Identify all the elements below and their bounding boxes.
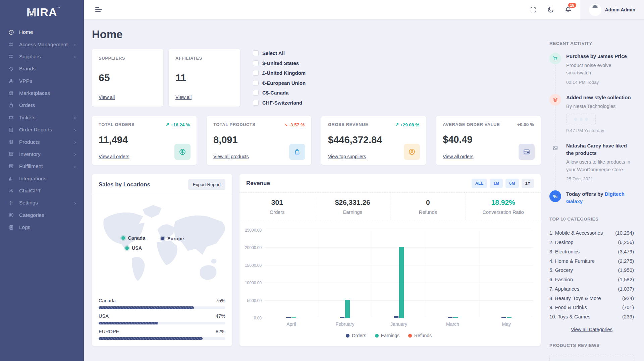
sidebar-item-fulfillment[interactable]: Fulfillment› bbox=[0, 160, 84, 172]
sidebar-item-integrations[interactable]: Integrations bbox=[0, 173, 84, 185]
range-button-all[interactable]: ALL bbox=[472, 179, 487, 188]
sidebar-item-label: Suppliers bbox=[19, 54, 69, 60]
revenue-chart: 0.005000.0010000.0015000.0020000.0025000… bbox=[239, 220, 541, 345]
currency-filter-c-canada[interactable]: C$-Canada bbox=[253, 90, 306, 96]
sidebar-item-access-management[interactable]: Access Management› bbox=[0, 38, 84, 50]
currency-checkbox[interactable] bbox=[253, 80, 259, 86]
range-button-1m[interactable]: 1M bbox=[490, 179, 503, 188]
revenue-stat-value: 301 bbox=[239, 198, 315, 206]
stat-card-trend: +0.00 % bbox=[517, 122, 534, 127]
dark-mode-button[interactable] bbox=[542, 0, 559, 19]
currency-filter-chf-switzerland[interactable]: CHF-Switzerland bbox=[253, 100, 306, 106]
sidebar-item-tickets[interactable]: Tickets› bbox=[0, 112, 84, 124]
stat-card-link[interactable]: View all orders bbox=[443, 154, 474, 159]
currency-filter-select-all[interactable]: Select All bbox=[253, 50, 306, 56]
revenue-stats-row: 301Orders$26,331.26Earnings0Refunds18.92… bbox=[239, 192, 541, 220]
summary-card-view-all-link[interactable]: View all bbox=[99, 95, 157, 100]
sidebar-item-inventory[interactable]: Inventory› bbox=[0, 148, 84, 160]
sidebar-item-suppliers[interactable]: Suppliers› bbox=[0, 51, 84, 63]
legend-dot-icon bbox=[375, 334, 379, 338]
user-name: Admin Admin bbox=[605, 7, 635, 12]
sidebar-item-products[interactable]: Products› bbox=[0, 136, 84, 148]
currency-checkbox[interactable] bbox=[253, 100, 259, 106]
notifications-button[interactable]: 15 bbox=[559, 0, 577, 19]
chart-bar-earnings[interactable] bbox=[507, 317, 512, 318]
sidebar-item-chatgpt[interactable]: ✻ChatGPT bbox=[0, 185, 84, 197]
chart-bar-orders[interactable] bbox=[394, 316, 398, 318]
user-menu[interactable]: Admin Admin bbox=[580, 0, 644, 19]
fullscreen-button[interactable] bbox=[525, 0, 542, 19]
top-categories-list: 1. Mobile & Accessories(10,294)2. Deskto… bbox=[549, 228, 634, 321]
bag-icon-box bbox=[289, 144, 305, 160]
stat-card-link[interactable]: View all orders bbox=[99, 154, 129, 159]
activity-title: Today offers by Digitech Galaxy bbox=[566, 190, 634, 205]
chart-bar-orders[interactable] bbox=[340, 317, 344, 318]
category-count: (6,256) bbox=[618, 239, 634, 245]
sidebar-item-label: Home bbox=[19, 29, 76, 35]
currency-filter-european-union[interactable]: €-European Union bbox=[253, 80, 306, 86]
currency-filter-united-states[interactable]: $-United States bbox=[253, 60, 306, 66]
chart-plot[interactable] bbox=[264, 230, 533, 318]
map-marker-usa[interactable]: USA bbox=[124, 245, 142, 251]
brand-logo[interactable]: MIRA™ bbox=[27, 6, 57, 19]
chart-bar-orders[interactable] bbox=[286, 317, 291, 318]
stat-card-label: TOTAL ORDERS bbox=[99, 122, 135, 127]
activity-subtitle: By Nesta Technologies bbox=[566, 103, 631, 110]
map-marker-europe[interactable]: Europe bbox=[160, 236, 184, 241]
sidebar-item-brands[interactable]: Brands bbox=[0, 63, 84, 75]
stat-card-link[interactable]: View top suppliers bbox=[328, 154, 366, 159]
sidebar-item-orders[interactable]: Orders bbox=[0, 99, 84, 111]
world-map[interactable]: Canada USA Europe bbox=[95, 198, 229, 290]
chart-area: 0.005000.0010000.0015000.0020000.0025000… bbox=[244, 230, 533, 318]
sales-card-title: Sales by Locations bbox=[99, 181, 150, 188]
legend-item-orders[interactable]: Orders bbox=[346, 333, 366, 338]
sidebar-item-order-reports[interactable]: Order Reports› bbox=[0, 124, 84, 136]
sidebar-item-label: Settings bbox=[19, 200, 69, 206]
review-card[interactable]: " Great product and looks great, lots of… bbox=[549, 355, 634, 361]
summary-cards: SUPPLIERS65View allAFFILIATES11View all bbox=[92, 49, 240, 107]
review-product-image bbox=[554, 360, 575, 361]
stat-card-trend: ↗ +16.24 % bbox=[166, 122, 190, 127]
stat-card-label: GROSS REVENUE bbox=[328, 122, 368, 127]
range-button-6m[interactable]: 6M bbox=[505, 179, 519, 188]
location-progress-list: Canada75%USA47%EUROPE82% bbox=[92, 291, 232, 346]
sidebar-item-categories[interactable]: Categories bbox=[0, 209, 84, 221]
notification-badge: 15 bbox=[568, 3, 576, 8]
activity-offer-link[interactable]: Digitech Galaxy bbox=[566, 191, 625, 204]
chevron-right-icon: › bbox=[74, 54, 76, 59]
range-button-1y[interactable]: 1Y bbox=[522, 179, 534, 188]
currency-filter-united-kingdom[interactable]: £-United Kingdom bbox=[253, 70, 306, 76]
activity-timeline: Purchase by James PriceProduct noise evo… bbox=[549, 53, 634, 205]
chart-bar-earnings[interactable] bbox=[291, 317, 296, 318]
view-all-categories-link[interactable]: View all Categories bbox=[549, 327, 634, 332]
sidebar-item-settings[interactable]: Settings› bbox=[0, 197, 84, 209]
chart-bar-earnings[interactable] bbox=[345, 300, 350, 318]
chart-bar-orders[interactable] bbox=[448, 317, 452, 318]
category-count: (3,479) bbox=[618, 249, 634, 254]
currency-checkbox[interactable] bbox=[253, 50, 259, 56]
legend-item-refunds[interactable]: Refunds bbox=[408, 333, 432, 338]
currency-checkbox[interactable] bbox=[253, 90, 259, 96]
currency-checkbox[interactable] bbox=[253, 70, 259, 76]
sidebar-item-label: Order Reports bbox=[19, 127, 69, 133]
map-marker-canada[interactable]: Canada bbox=[120, 235, 145, 241]
export-report-button[interactable]: Export Report bbox=[188, 179, 225, 190]
sidebar: MIRA™ HomeAccess Management›Suppliers›Br… bbox=[0, 0, 84, 361]
sidebar-item-vpps[interactable]: VPPs bbox=[0, 75, 84, 87]
chart-bar-orders[interactable] bbox=[501, 317, 506, 318]
category-name: 1. Mobile & Accessories bbox=[549, 230, 603, 236]
stat-card-link[interactable]: View all products bbox=[213, 154, 249, 159]
chart-y-axis: 0.005000.0010000.0015000.0020000.0025000… bbox=[244, 230, 264, 318]
legend-item-earnings[interactable]: Earnings bbox=[375, 333, 399, 338]
currency-checkbox[interactable] bbox=[253, 60, 259, 66]
category-row-electronics: 3. Electronics(3,479) bbox=[549, 247, 634, 256]
sidebar-item-marketplaces[interactable]: Marketplaces bbox=[0, 87, 84, 99]
hamburger-menu-icon[interactable] bbox=[95, 7, 102, 12]
sidebar-item-home[interactable]: Home bbox=[0, 26, 84, 38]
chart-bar-earnings[interactable] bbox=[453, 317, 458, 318]
chart-bar-earnings[interactable] bbox=[399, 247, 404, 318]
sidebar-item-logs[interactable]: Logs bbox=[0, 221, 84, 233]
location-row-canada: Canada75% bbox=[99, 298, 225, 309]
chevron-right-icon: › bbox=[74, 42, 76, 47]
summary-card-view-all-link[interactable]: View all bbox=[175, 95, 233, 100]
